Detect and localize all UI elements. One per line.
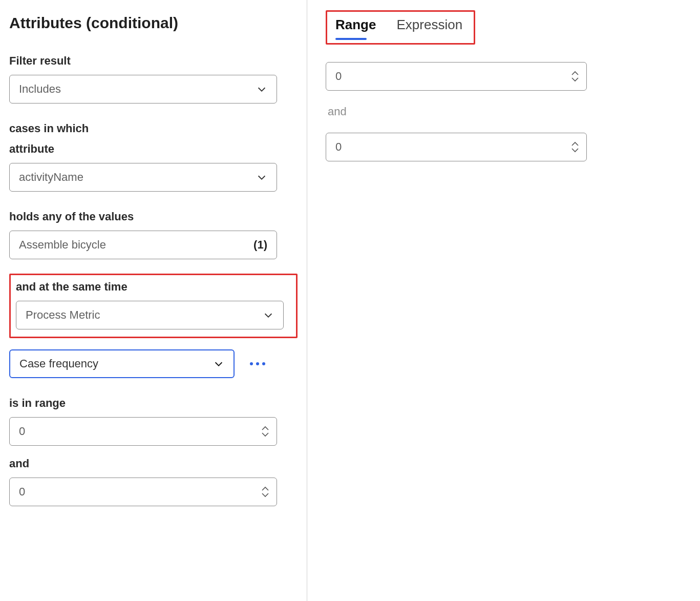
holds-values-count: (1)	[253, 238, 267, 252]
metric-select[interactable]: Case frequency	[9, 349, 235, 378]
same-time-select[interactable]: Process Metric	[16, 301, 284, 329]
same-time-callout: and at the same time Process Metric	[9, 274, 298, 338]
range-from-value: 0	[19, 425, 25, 438]
range-label: is in range	[9, 397, 298, 410]
tabs-callout: Range Expression	[326, 10, 475, 45]
chevron-down-icon	[263, 309, 274, 321]
attribute-value: activityName	[19, 171, 83, 184]
range-to-value: 0	[19, 485, 25, 499]
right-range-from-input[interactable]: 0	[326, 62, 587, 91]
metric-value: Case frequency	[19, 357, 98, 370]
same-time-value: Process Metric	[26, 308, 100, 322]
chevron-down-icon	[213, 358, 224, 369]
attribute-label: attribute	[9, 142, 298, 156]
spinner-up-icon[interactable]	[571, 71, 579, 76]
spinner-up-icon[interactable]	[261, 486, 269, 491]
spinner-up-icon[interactable]	[571, 141, 579, 147]
spinner-up-icon[interactable]	[261, 426, 269, 431]
spinner-down-icon[interactable]	[571, 148, 579, 153]
attribute-select[interactable]: activityName	[9, 163, 277, 192]
right-range-to-input[interactable]: 0	[326, 133, 587, 161]
chevron-down-icon	[256, 84, 267, 95]
right-and-label: and	[328, 105, 682, 118]
holds-values-select[interactable]: Assemble bicycle (1)	[9, 231, 277, 259]
holds-values-value: Assemble bicycle	[19, 238, 106, 252]
holds-values-label: holds any of the values	[9, 210, 298, 223]
spinner-down-icon[interactable]	[261, 492, 269, 498]
and-label: and	[9, 457, 298, 470]
filter-result-label: Filter result	[9, 54, 298, 68]
spinner-down-icon[interactable]	[571, 77, 579, 82]
range-to-input[interactable]: 0	[9, 478, 277, 506]
right-range-from-value: 0	[335, 70, 342, 83]
cases-in-which-label: cases in which	[9, 122, 298, 135]
range-from-input[interactable]: 0	[9, 417, 277, 446]
same-time-label: and at the same time	[16, 280, 290, 294]
tab-expression[interactable]: Expression	[396, 17, 462, 37]
right-range-to-value: 0	[335, 140, 342, 154]
spinner-down-icon[interactable]	[261, 432, 269, 437]
page-title: Attributes (conditional)	[9, 14, 298, 32]
filter-result-value: Includes	[19, 82, 61, 96]
chevron-down-icon	[256, 172, 267, 183]
tab-range[interactable]: Range	[335, 17, 376, 37]
filter-result-select[interactable]: Includes	[9, 75, 277, 103]
more-actions-button[interactable]	[249, 359, 266, 368]
